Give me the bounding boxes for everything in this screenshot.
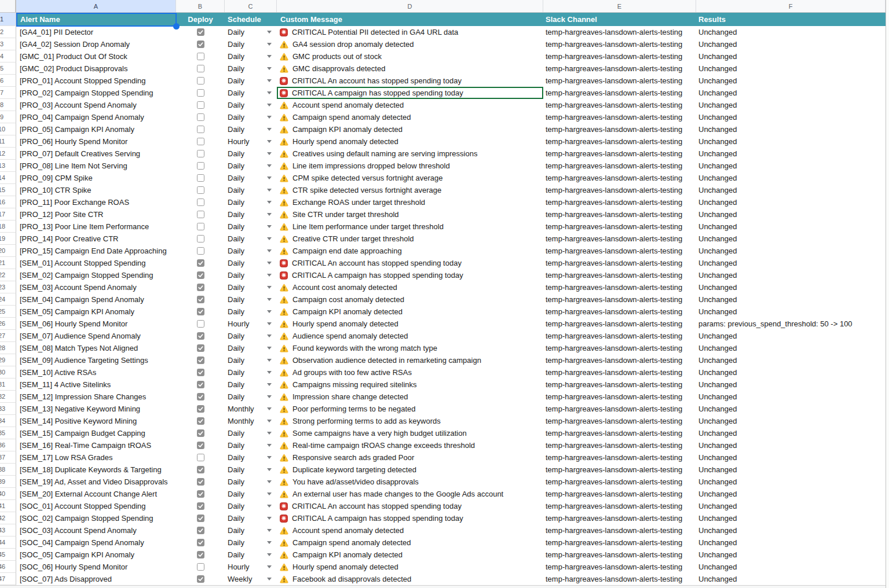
cell-deploy[interactable] [176,75,225,87]
deploy-checkbox[interactable] [197,575,204,583]
cell-results[interactable]: Unchanged [696,38,886,50]
cell-deploy[interactable] [176,63,225,75]
cell-slack-channel[interactable]: temp-hargreaves-lansdown-alerts-testing [543,26,696,38]
cell-schedule[interactable]: Daily [225,378,277,391]
deploy-checkbox[interactable] [197,235,204,242]
cell-deploy[interactable] [176,536,225,549]
row-header-8[interactable]: 8 [0,99,16,111]
row-header-46[interactable]: 46 [0,561,16,573]
cell-results[interactable]: Unchanged [696,561,886,573]
cell-deploy[interactable] [176,524,225,536]
cell-alert-name[interactable]: [SEM_07] Audience Spend Anomaly [16,330,176,342]
cell-results[interactable]: Unchanged [696,257,886,269]
cell-results[interactable]: Unchanged [696,75,886,87]
cell-slack-channel[interactable]: temp-hargreaves-lansdown-alerts-testing [543,269,696,281]
cell-deploy[interactable] [176,220,225,233]
chevron-down-icon[interactable] [267,578,272,580]
cell-alert-name[interactable]: [PRO_09] CPM Spike [16,172,176,184]
cell-deploy[interactable] [176,415,225,427]
chevron-down-icon[interactable] [267,67,272,70]
cell-alert-name[interactable]: [PRO_07] Default Creatives Serving [16,148,176,160]
row-header-1[interactable]: 1 [0,13,16,26]
cell-slack-channel[interactable]: temp-hargreaves-lansdown-alerts-testing [543,524,696,536]
row-header-41[interactable]: 41 [0,500,16,512]
cell-deploy[interactable] [176,269,225,281]
cell-custom-message[interactable]: Audience spend anomaly detected [277,330,543,342]
cell-alert-name[interactable]: [PRO_08] Line Item Not Serving [16,160,176,172]
row-header-12[interactable]: 12 [0,148,16,160]
cell-alert-name[interactable]: [SEM_08] Match Types Not Aligned [16,342,176,354]
cell-alert-name[interactable]: [PRO_05] Campaign KPI Anomaly [16,123,176,135]
cell-schedule[interactable]: Daily [225,148,277,160]
cell-schedule[interactable]: Daily [225,439,277,451]
cell-schedule[interactable]: Daily [225,26,277,38]
cell-alert-name[interactable]: [SEM_12] Impression Share Changes [16,391,176,403]
cell-deploy[interactable] [176,26,225,38]
cell-schedule[interactable]: Daily [225,476,277,488]
deploy-checkbox[interactable] [197,186,204,194]
cell-results[interactable]: Unchanged [696,573,886,585]
cell-deploy[interactable] [176,391,225,403]
cell-slack-channel[interactable]: temp-hargreaves-lansdown-alerts-testing [543,318,696,330]
chevron-down-icon[interactable] [267,116,272,119]
cell-alert-name[interactable]: [SEM_17] Low RSA Grades [16,451,176,464]
cell-slack-channel[interactable]: temp-hargreaves-lansdown-alerts-testing [543,111,696,123]
cell-slack-channel[interactable]: temp-hargreaves-lansdown-alerts-testing [543,245,696,257]
cell-deploy[interactable] [176,160,225,172]
deploy-checkbox[interactable] [197,527,204,534]
cell-schedule[interactable]: Hourly [225,318,277,330]
chevron-down-icon[interactable] [267,128,272,131]
cell-slack-channel[interactable]: temp-hargreaves-lansdown-alerts-testing [543,50,696,63]
cell-custom-message[interactable]: CRITICAL An account has stopped spending… [277,257,543,269]
cell-alert-name[interactable]: [SEM_20] External Account Change Alert [16,488,176,500]
cell-results[interactable]: Unchanged [696,464,886,476]
deploy-checkbox[interactable] [197,429,204,437]
row-header-27[interactable]: 27 [0,330,16,342]
cell-slack-channel[interactable]: temp-hargreaves-lansdown-alerts-testing [543,75,696,87]
cell-schedule[interactable]: Daily [225,549,277,561]
deploy-checkbox[interactable] [197,490,204,498]
cell-alert-name[interactable]: [GA4_02] Session Drop Anomaly [16,38,176,50]
cell-results[interactable]: Unchanged [696,50,886,63]
deploy-checkbox[interactable] [197,174,204,182]
cell-custom-message[interactable]: Campaign end date approaching [277,245,543,257]
chevron-down-icon[interactable] [267,43,272,46]
chevron-down-icon[interactable] [267,55,272,58]
deploy-checkbox[interactable] [197,369,204,376]
cell-results[interactable]: Unchanged [696,524,886,536]
cell-results[interactable]: Unchanged [696,63,886,75]
row-header-44[interactable]: 44 [0,536,16,549]
cell-deploy[interactable] [176,354,225,366]
chevron-down-icon[interactable] [267,152,272,155]
cell-schedule[interactable]: Daily [225,512,277,524]
chevron-down-icon[interactable] [267,310,272,313]
cell-alert-name[interactable]: [PRO_03] Account Spend Anomaly [16,99,176,111]
chevron-down-icon[interactable] [267,456,272,459]
cell-results[interactable]: Unchanged [696,549,886,561]
cell-slack-channel[interactable]: temp-hargreaves-lansdown-alerts-testing [543,512,696,524]
chevron-down-icon[interactable] [267,517,272,520]
deploy-checkbox[interactable] [197,223,204,230]
cell-deploy[interactable] [176,257,225,269]
cell-slack-channel[interactable]: temp-hargreaves-lansdown-alerts-testing [543,233,696,245]
cell-results[interactable]: Unchanged [696,366,886,378]
cell-deploy[interactable] [176,172,225,184]
cell-custom-message[interactable]: Responsive search ads graded Poor [277,451,543,464]
cell-alert-name[interactable]: [SEM_06] Hourly Spend Monitor [16,318,176,330]
cell-deploy[interactable] [176,233,225,245]
cell-deploy[interactable] [176,38,225,50]
deploy-checkbox[interactable] [197,393,204,400]
cell-schedule[interactable]: Daily [225,111,277,123]
cell-schedule[interactable]: Daily [225,172,277,184]
cell-results[interactable]: Unchanged [696,488,886,500]
cell-custom-message[interactable]: Found keywords with the wrong match type [277,342,543,354]
deploy-checkbox[interactable] [197,442,204,449]
cell-custom-message[interactable]: Campaign cost anomaly detected [277,293,543,306]
cell-alert-name[interactable]: [SOC_07] Ads Disapproved [16,573,176,585]
cell-slack-channel[interactable]: temp-hargreaves-lansdown-alerts-testing [543,464,696,476]
row-header-40[interactable]: 40 [0,488,16,500]
cell-slack-channel[interactable]: temp-hargreaves-lansdown-alerts-testing [543,342,696,354]
deploy-checkbox[interactable] [197,405,204,413]
cell-alert-name[interactable]: [SOC_06] Hourly Spend Monitor [16,561,176,573]
deploy-checkbox[interactable] [197,65,204,72]
